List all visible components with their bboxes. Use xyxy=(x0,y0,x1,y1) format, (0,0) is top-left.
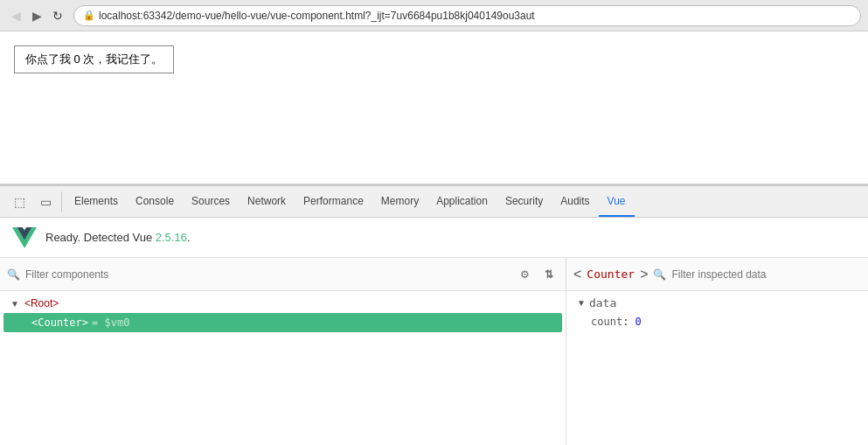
tab-vue[interactable]: Vue xyxy=(599,186,635,217)
tab-elements[interactable]: Elements xyxy=(66,186,127,217)
browser-chrome: ◀ ▶ ↻ 🔒 localhost:63342/demo-vue/hello-v… xyxy=(0,0,868,31)
count-value: 0 xyxy=(635,316,642,328)
sort-icon: ⇅ xyxy=(545,268,553,281)
main-panel: 🔍 ⚙ ⇅ ▼ <Root> <Counter> xyxy=(0,258,868,445)
tab-application[interactable]: Application xyxy=(427,186,496,217)
address-bar[interactable]: 🔒 localhost:63342/demo-vue/hello-vue/vue… xyxy=(73,5,861,26)
click-counter-button[interactable]: 你点了我 0 次，我记住了。 xyxy=(14,45,174,73)
counter-component-name: <Counter> xyxy=(31,316,88,329)
lock-icon: 🔒 xyxy=(83,10,95,21)
devtools-toolbar: ⬚ ▭ Elements Console Sources Network Per… xyxy=(0,186,868,218)
tab-memory[interactable]: Memory xyxy=(372,186,427,217)
sort-icon-button[interactable]: ⇅ xyxy=(539,265,559,284)
back-button[interactable]: ◀ xyxy=(7,7,24,24)
vue-version-suffix: . xyxy=(187,231,191,244)
device-toggle-button[interactable]: ▭ xyxy=(35,191,56,212)
page-content: 你点了我 0 次，我记住了。 xyxy=(0,31,868,184)
back-icon: ◀ xyxy=(11,9,21,23)
left-panel-toolbar: 🔍 ⚙ ⇅ xyxy=(0,258,566,291)
right-panel-toolbar: <Counter> 🔍 xyxy=(566,258,868,291)
filter-inspected-input[interactable] xyxy=(671,268,861,281)
device-icon: ▭ xyxy=(40,195,52,209)
element-picker-button[interactable]: ⬚ xyxy=(9,191,30,212)
refresh-icon: ↻ xyxy=(52,9,63,23)
tab-network[interactable]: Network xyxy=(239,186,295,217)
settings-icon: ⚙ xyxy=(520,268,530,281)
data-fields: count: 0 xyxy=(577,313,858,330)
data-area: ▼ data count: 0 xyxy=(566,291,868,445)
left-angle-bracket: < xyxy=(573,267,581,282)
tab-console[interactable]: Console xyxy=(127,186,183,217)
tab-audits[interactable]: Audits xyxy=(552,186,598,217)
vue-status: Ready. Detected Vue 2.5.16. xyxy=(45,231,191,244)
count-key: count xyxy=(591,316,622,328)
data-section-label: data xyxy=(589,296,616,309)
button-label: 你点了我 0 次，我记住了。 xyxy=(25,52,163,66)
vue-status-text: Ready. Detected Vue xyxy=(45,231,156,244)
nav-buttons: ◀ ▶ ↻ xyxy=(7,7,66,24)
devtools-tabs: Elements Console Sources Network Perform… xyxy=(66,186,635,217)
count-colon: : xyxy=(622,316,635,328)
vue-version-text: 2.5.16 xyxy=(156,231,187,244)
right-panel-component-name: Counter xyxy=(587,268,635,281)
refresh-button[interactable]: ↻ xyxy=(49,7,66,24)
cursor-icon: ⬚ xyxy=(14,195,25,209)
devtools: ⬚ ▭ Elements Console Sources Network Per… xyxy=(0,184,868,445)
search-icon-right: 🔍 xyxy=(653,268,666,281)
left-panel: 🔍 ⚙ ⇅ ▼ <Root> <Counter> xyxy=(0,258,566,445)
devtools-content: Ready. Detected Vue 2.5.16. 🔍 ⚙ ⇅ xyxy=(0,218,868,445)
right-panel: <Counter> 🔍 ▼ data count: 0 xyxy=(566,258,868,445)
counter-vm-ref: = $vm0 xyxy=(92,316,129,329)
root-component-label: <Root> xyxy=(24,297,59,309)
vue-banner: Ready. Detected Vue 2.5.16. xyxy=(0,218,868,258)
tab-sources[interactable]: Sources xyxy=(183,186,239,217)
settings-icon-button[interactable]: ⚙ xyxy=(515,265,534,284)
tree-root-item[interactable]: ▼ <Root> xyxy=(0,295,566,312)
search-icon: 🔍 xyxy=(7,268,20,281)
toolbar-icons: ⬚ ▭ xyxy=(3,191,62,212)
data-section-arrow: ▼ xyxy=(577,298,586,308)
vue-logo-icon xyxy=(12,226,37,250)
filter-components-input[interactable] xyxy=(25,268,510,281)
tree-arrow-icon: ▼ xyxy=(10,299,19,309)
tab-performance[interactable]: Performance xyxy=(295,186,372,217)
right-angle-bracket: > xyxy=(640,267,648,282)
data-section-row: ▼ data xyxy=(577,296,858,309)
tree-counter-item[interactable]: <Counter> = $vm0 xyxy=(3,313,562,332)
tab-security[interactable]: Security xyxy=(496,186,552,217)
forward-icon: ▶ xyxy=(32,9,42,23)
component-tree: ▼ <Root> <Counter> = $vm0 xyxy=(0,291,566,445)
forward-button[interactable]: ▶ xyxy=(28,7,45,24)
url-text: localhost:63342/demo-vue/hello-vue/vue-c… xyxy=(99,10,535,22)
